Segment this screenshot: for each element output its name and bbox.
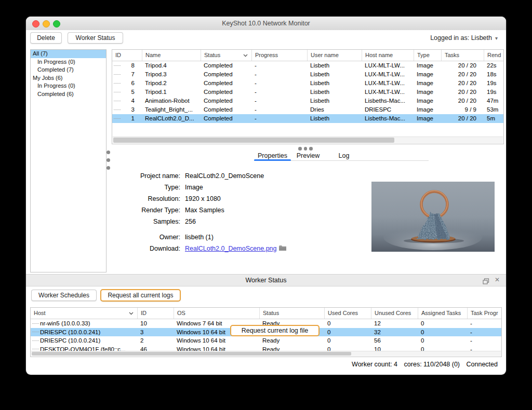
worker-table-body: nr-win5 (10.0.0.33) 10 Windows 7 64 bit …	[31, 319, 501, 353]
column-header-progress[interactable]: Progress	[251, 50, 307, 61]
job-host-cell: LUX-MLT-LW...	[362, 61, 414, 70]
job-tasks-cell: 20 / 20	[441, 97, 484, 105]
job-name-cell: Animation-Robot	[142, 97, 201, 105]
job-name-cell: Tealight_Bright_...	[142, 105, 201, 114]
splitter-handle[interactable]	[107, 151, 111, 174]
close-panel-icon[interactable]: ✕	[495, 276, 500, 283]
jobs-horizontal-scrollbar[interactable]	[113, 136, 503, 143]
job-type-cell: Image	[414, 97, 441, 105]
tab-log[interactable]: Log	[336, 151, 352, 160]
job-user-cell: Lisbeth	[307, 70, 362, 79]
worker-count-text: Worker count: 4	[352, 361, 397, 368]
column-header-render[interactable]: Rend	[484, 50, 503, 61]
sidebar-item-label: All (7)	[33, 50, 48, 57]
job-name-cell: Tripod.3	[142, 70, 201, 79]
worker-row[interactable]: DRIESPC (10.0.0.241) 2 Windows 10 64 bit…	[31, 336, 501, 345]
worker-horizontal-scrollbar[interactable]	[31, 351, 501, 356]
job-row[interactable]: 3 Tealight_Bright_... Completed - Dries …	[112, 105, 503, 114]
folder-icon[interactable]	[278, 243, 287, 255]
scrollbar-thumb[interactable]	[32, 352, 351, 356]
worker-used-cores-cell: 0	[324, 336, 371, 345]
status-bar: Worker count: 4 cores: 110/2048 (0) Conn…	[347, 361, 498, 368]
job-row[interactable]: 5 Tripod.1 Completed - Lisbeth LUX-MLT-L…	[112, 88, 503, 97]
column-header-worker-id[interactable]: ID	[137, 308, 174, 319]
tree-branch-icon	[32, 332, 39, 332]
job-render-time-cell: 19s	[484, 88, 503, 97]
column-header-status[interactable]: Status	[201, 50, 251, 61]
job-host-cell: LUX-MLT-LW...	[362, 70, 414, 79]
column-header-used-cores[interactable]: Used Cores	[324, 308, 371, 319]
property-label: Resolution:	[119, 193, 185, 204]
worker-panel-title: Worker Status	[26, 275, 506, 286]
worker-status-button[interactable]: Worker Status	[68, 32, 123, 44]
property-label: Type:	[119, 182, 185, 193]
sidebar-item-label: In Progress (0)	[37, 59, 75, 65]
job-user-cell: Lisbeth	[307, 79, 362, 88]
job-progress-cell: -	[251, 70, 307, 79]
sidebar-tree-item[interactable]: Completed (7)	[31, 66, 106, 74]
column-header-assigned-tasks[interactable]: Assigned Tasks	[418, 308, 467, 319]
job-host-cell: Lisbeths-Mac...	[362, 114, 414, 123]
job-user-cell: Lisbeth	[307, 114, 362, 123]
worker-table-header: Host ID OS Status Used Cores Unused Core…	[31, 308, 501, 319]
property-label: Samples:	[119, 216, 185, 227]
sidebar-tree-item[interactable]: In Progress (0)	[31, 58, 106, 66]
job-id-cell: 4	[112, 97, 142, 105]
job-tasks-cell: 9 / 9	[441, 105, 484, 114]
property-value: Image	[185, 182, 343, 193]
tab-preview[interactable]: Preview	[295, 151, 321, 160]
job-status-cell: Completed	[201, 70, 251, 79]
worker-assigned-tasks-cell: 0	[418, 328, 467, 337]
sidebar-tree-item[interactable]: All (7)	[31, 50, 106, 58]
column-header-type[interactable]: Type	[414, 50, 441, 61]
job-row[interactable]: 7 Tripod.3 Completed - Lisbeth LUX-MLT-L…	[112, 70, 503, 79]
property-label: Render Type:	[119, 204, 185, 216]
main-toolbar: Delete Worker Status Logged in as: Lisbe…	[26, 30, 506, 47]
undock-panel-icon[interactable]	[483, 277, 489, 286]
column-header-unused-cores[interactable]: Unused Cores	[371, 308, 418, 319]
login-menu[interactable]: Logged in as: Lisbeth▾	[430, 34, 498, 42]
job-tasks-cell: 20 / 20	[441, 70, 484, 79]
job-host-cell: LUX-MLT-LW...	[362, 79, 414, 88]
job-type-cell: Image	[414, 105, 441, 114]
worker-schedules-button[interactable]: Worker Schedules	[31, 290, 97, 301]
job-row[interactable]: 4 Animation-Robot Completed - Lisbeth Li…	[112, 97, 503, 105]
sort-chevron-icon	[243, 54, 248, 57]
column-header-host[interactable]: Host name	[362, 50, 414, 61]
sidebar-tree-item[interactable]: Completed (6)	[31, 90, 106, 99]
scrollbar-thumb[interactable]	[113, 138, 394, 143]
column-header-worker-os[interactable]: OS	[174, 308, 259, 319]
job-progress-cell: -	[251, 61, 307, 70]
job-render-time-cell: 22s	[484, 61, 503, 70]
job-host-cell: DRIESPC	[362, 105, 414, 114]
title-bar[interactable]: KeyShot 10.0 Network Monitor	[26, 17, 506, 31]
column-header-worker-host[interactable]: Host	[31, 308, 137, 319]
column-header-tasks[interactable]: Tasks	[441, 50, 484, 61]
column-header-worker-status[interactable]: Status	[259, 308, 324, 319]
property-value: Max Samples	[185, 204, 343, 216]
job-row[interactable]: 6 Tripod.2 Completed - Lisbeth LUX-MLT-L…	[112, 79, 503, 88]
sidebar-tree-item[interactable]: In Progress (0)	[31, 82, 106, 90]
worker-assigned-tasks-cell: 0	[418, 319, 467, 328]
column-header-task-progress[interactable]: Task Progr	[467, 308, 501, 319]
sidebar-tree-item[interactable]: My Jobs (6)	[31, 74, 106, 83]
request-all-logs-button[interactable]: Request all current logs	[100, 289, 181, 302]
request-current-log-button[interactable]: Request current log file	[230, 325, 320, 336]
chevron-down-icon: ▾	[495, 35, 498, 41]
download-link[interactable]: RealCLoth2.0_DemoScene.png	[185, 245, 277, 252]
job-status-cell: Completed	[201, 114, 251, 123]
panel-drag-handle[interactable]	[298, 147, 315, 151]
job-name-cell: RealCLoth2.0_D...	[142, 114, 201, 123]
connection-status-text: Connected	[467, 361, 498, 368]
column-header-user[interactable]: User name	[307, 50, 362, 61]
delete-button[interactable]: Delete	[30, 32, 62, 44]
column-header-name[interactable]: Name	[142, 50, 201, 61]
column-header-id[interactable]: ID	[112, 50, 142, 61]
job-row[interactable]: 8 Tripod.4 Completed - Lisbeth LUX-MLT-L…	[112, 61, 503, 70]
property-row: Type: Image	[119, 182, 343, 193]
job-status-cell: Completed	[201, 61, 251, 70]
job-row[interactable]: 1 RealCLoth2.0_D... Completed - Lisbeth …	[112, 114, 503, 123]
job-tasks-cell: 20 / 20	[441, 79, 484, 88]
job-id-cell: 6	[112, 79, 142, 88]
property-row: Project name: RealCLoth2.0_DemoScene	[119, 170, 343, 182]
